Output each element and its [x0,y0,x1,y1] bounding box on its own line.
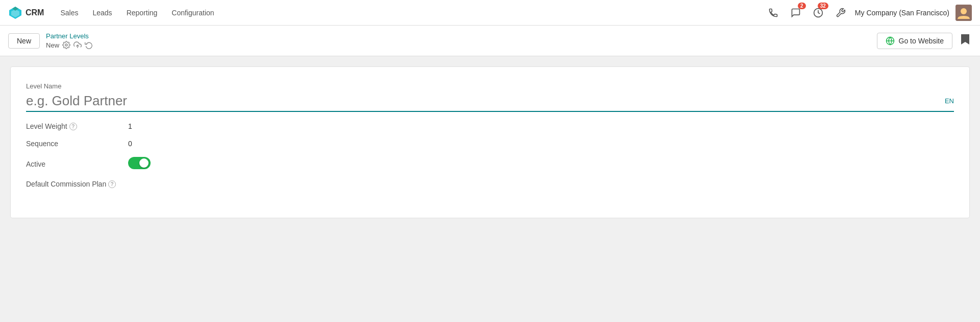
chat-badge: 2 [798,3,806,9]
breadcrumb-current: New [46,41,93,49]
sequence-row: Sequence 0 [26,140,954,148]
level-name-label: Level Name [26,82,954,90]
commission-plan-help-icon[interactable]: ? [108,180,116,188]
menu-sales[interactable]: Sales [54,6,84,20]
toggle-switch[interactable] [128,157,151,169]
wrench-icon [836,8,846,18]
upload-icon[interactable] [74,41,82,49]
top-navigation: CRM Sales Leads Reporting Configuration … [0,0,980,26]
active-row: Active [26,157,954,171]
level-weight-row: Level Weight ? 1 [26,122,954,130]
discard-icon[interactable] [85,41,93,49]
chat-button[interactable]: 2 [788,5,804,21]
clock-button[interactable]: 32 [810,5,826,21]
commission-plan-row: Default Commission Plan ? [26,180,954,188]
svg-point-6 [65,44,67,46]
clock-badge: 32 [818,3,828,9]
toolbar: New Partner Levels New [0,26,980,56]
breadcrumb: Partner Levels New [46,32,93,49]
new-button[interactable]: New [8,33,40,49]
clock-icon [813,8,823,18]
breadcrumb-parent-link[interactable]: Partner Levels [46,32,93,40]
app-logo[interactable]: CRM [8,6,44,20]
menu-reporting[interactable]: Reporting [120,6,164,20]
phone-icon [768,8,778,18]
settings-icon[interactable] [62,41,70,49]
level-name-row: EN [26,93,954,112]
level-weight-label: Level Weight ? [26,122,128,130]
main-content: Level Name EN Level Weight ? 1 Sequence … [0,56,980,228]
app-name: CRM [26,8,44,17]
user-avatar[interactable] [955,5,972,21]
globe-icon [886,36,895,45]
level-weight-value[interactable]: 1 [128,122,132,130]
sequence-label: Sequence [26,140,128,148]
go-to-website-label: Go to Website [899,37,944,45]
svg-point-5 [961,8,967,14]
menu-leads[interactable]: Leads [86,6,118,20]
level-name-input[interactable] [26,93,945,109]
active-toggle[interactable] [128,157,151,171]
active-label: Active [26,160,128,168]
level-weight-help-icon[interactable]: ? [69,123,77,130]
menu-configuration[interactable]: Configuration [165,6,220,20]
sequence-value[interactable]: 0 [128,140,132,148]
form-card: Level Name EN Level Weight ? 1 Sequence … [10,66,970,218]
wrench-button[interactable] [832,5,849,21]
language-badge[interactable]: EN [945,97,954,105]
breadcrumb-current-label: New [46,41,59,49]
main-menu: Sales Leads Reporting Configuration [54,6,765,20]
phone-button[interactable] [765,5,781,21]
company-name[interactable]: My Company (San Francisco) [855,9,949,17]
toggle-slider [128,157,151,169]
bookmark-icon[interactable] [959,32,972,50]
chat-icon [791,8,801,18]
go-to-website-button[interactable]: Go to Website [877,33,952,49]
commission-plan-label: Default Commission Plan ? [26,180,128,188]
topnav-right-area: 2 32 My Company (San Francisco) [765,5,972,21]
